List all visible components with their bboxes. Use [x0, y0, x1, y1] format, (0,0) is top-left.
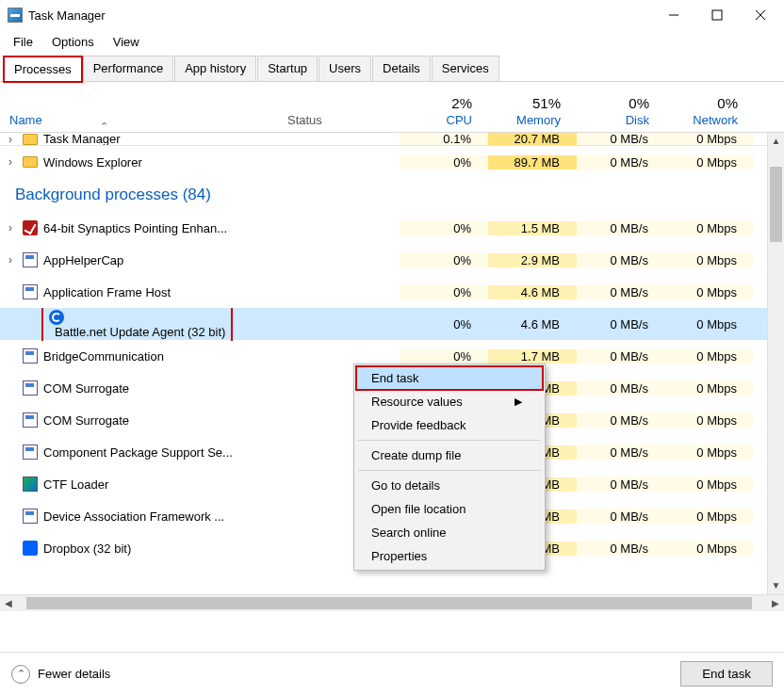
ctx-resource-values[interactable]: Resource values▶	[356, 390, 543, 413]
ctx-create-dump[interactable]: Create dump file	[356, 444, 543, 467]
col-name[interactable]: ⌃ Name	[9, 113, 287, 132]
vscroll-thumb[interactable]	[770, 167, 782, 242]
col-disk[interactable]: 0% Disk	[578, 95, 666, 132]
menu-file[interactable]: File	[4, 32, 42, 52]
mem-cell: 1.7 MB	[488, 349, 577, 364]
menu-view[interactable]: View	[104, 32, 149, 52]
fewer-details-label[interactable]: Fewer details	[38, 667, 110, 681]
cpu-cell: 0%	[400, 253, 488, 267]
table-row[interactable]: Battle.net Update Agent (32 bit)0%4.6 MB…	[0, 308, 784, 340]
net-cell: 0 Mbps	[665, 541, 754, 556]
process-name-label: Dropbox (32 bit)	[43, 541, 131, 556]
process-name-label: AppHelperCap	[43, 253, 123, 267]
fewer-details-toggle[interactable]: ⌃	[11, 665, 30, 684]
vertical-scrollbar[interactable]: ▲ ▼	[767, 133, 784, 594]
ctx-open-location[interactable]: Open file location	[356, 497, 543, 521]
scroll-right-icon[interactable]: ▶	[767, 595, 784, 611]
ctx-properties-label: Properties	[371, 549, 427, 563]
app-icon	[23, 284, 38, 299]
maximize-button[interactable]	[695, 1, 739, 29]
scroll-up-icon[interactable]: ▲	[768, 133, 784, 150]
table-row[interactable]: ›AppHelperCap0%2.9 MB0 MB/s0 Mbps	[0, 244, 784, 276]
col-cpu[interactable]: 2% CPU	[400, 95, 489, 132]
net-cell: 0 Mbps	[665, 381, 754, 396]
tab-users[interactable]: Users	[318, 56, 371, 81]
ctx-properties[interactable]: Properties	[356, 544, 543, 568]
net-cell: 0 Mbps	[665, 155, 754, 170]
disk-cell: 0 MB/s	[577, 445, 665, 460]
expand-toggle[interactable]: ›	[0, 221, 21, 234]
titlebar[interactable]: Task Manager	[0, 0, 784, 30]
net-cell: 0 Mbps	[665, 349, 754, 364]
tab-details[interactable]: Details	[372, 56, 431, 81]
cpu-cell: 0%	[400, 317, 488, 331]
tab-performance[interactable]: Performance	[83, 56, 173, 81]
tab-processes[interactable]: Processes	[4, 57, 82, 82]
group-header: Background processes (84)	[0, 178, 784, 212]
footer: ⌃ Fewer details End task	[0, 652, 784, 695]
submenu-arrow-icon: ▶	[514, 396, 522, 408]
end-task-button[interactable]: End task	[680, 661, 773, 687]
mem-cell: 4.6 MB	[488, 285, 577, 299]
col-status[interactable]: Status	[287, 113, 400, 132]
process-name: BridgeCommunication	[40, 349, 286, 364]
col-memory[interactable]: 51% Memory	[489, 95, 578, 132]
net-cell: 0 Mbps	[665, 509, 754, 524]
process-name: COM Surrogate	[40, 381, 286, 396]
net-cell: 0 Mbps	[665, 477, 754, 492]
disk-cell: 0 MB/s	[577, 317, 665, 331]
ctx-provide-feedback[interactable]: Provide feedback	[356, 413, 543, 437]
minimize-button[interactable]	[652, 1, 695, 29]
process-name-label: COM Surrogate	[43, 381, 129, 396]
context-menu: End task Resource values▶ Provide feedba…	[353, 364, 546, 571]
svg-rect-1	[712, 10, 722, 20]
sort-indicator-icon: ⌃	[100, 121, 108, 133]
disk-cell: 0 MB/s	[577, 509, 665, 524]
cpu-pct: 2%	[400, 95, 472, 111]
tab-startup[interactable]: Startup	[257, 56, 318, 81]
battlenet-icon	[49, 310, 64, 325]
process-name: Component Package Support Se...	[40, 445, 286, 460]
disk-cell: 0 MB/s	[577, 133, 665, 146]
cpu-cell: 0.1%	[400, 133, 488, 146]
hscroll-track[interactable]	[17, 595, 767, 611]
net-cell: 0 Mbps	[665, 133, 754, 146]
hscroll-thumb[interactable]	[26, 597, 752, 609]
tab-services[interactable]: Services	[432, 56, 499, 81]
ctx-resource-values-label: Resource values	[371, 395, 463, 409]
table-row[interactable]: Application Frame Host0%4.6 MB0 MB/s0 Mb…	[0, 276, 784, 308]
col-status-label: Status	[287, 113, 322, 127]
close-button[interactable]	[739, 1, 782, 29]
process-name-label: Device Association Framework ...	[43, 509, 224, 524]
table-row[interactable]: ›Task Manager0.1%20.7 MB0 MB/s0 Mbps	[0, 133, 784, 146]
table-row[interactable]: ›Windows Explorer0%89.7 MB0 MB/s0 Mbps	[0, 146, 784, 178]
ctx-search-online[interactable]: Search online	[356, 521, 543, 544]
folder-icon	[23, 156, 38, 168]
expand-toggle[interactable]: ›	[0, 155, 21, 169]
tab-app-history[interactable]: App history	[174, 56, 256, 81]
disk-cell: 0 MB/s	[577, 413, 665, 428]
window-title: Task Manager	[28, 8, 652, 23]
scroll-left-icon[interactable]: ◀	[0, 595, 17, 611]
scroll-down-icon[interactable]: ▼	[768, 577, 784, 594]
disk-cell: 0 MB/s	[577, 221, 665, 235]
mem-pct: 51%	[489, 95, 561, 111]
table-row[interactable]: ›64-bit Synaptics Pointing Enhan...0%1.5…	[0, 212, 784, 244]
disk-cell: 0 MB/s	[577, 381, 665, 396]
col-network[interactable]: 0% Network	[666, 95, 755, 132]
disk-cell: 0 MB/s	[577, 477, 665, 492]
mem-cell: 1.5 MB	[488, 221, 577, 235]
expand-toggle[interactable]: ›	[0, 253, 21, 267]
ctx-details-label: Go to details	[371, 478, 440, 493]
ctx-end-task[interactable]: End task	[356, 366, 543, 390]
menu-options[interactable]: Options	[42, 32, 104, 52]
process-name-label: COM Surrogate	[43, 413, 129, 428]
ctx-go-details[interactable]: Go to details	[356, 474, 543, 497]
net-cell: 0 Mbps	[665, 285, 754, 299]
horizontal-scrollbar[interactable]: ◀ ▶	[0, 594, 784, 611]
expand-toggle[interactable]: ›	[0, 133, 21, 146]
process-name: 64-bit Synaptics Pointing Enhan...	[40, 221, 286, 235]
app-icon	[23, 348, 38, 364]
process-name-label: CTF Loader	[43, 477, 108, 492]
window-controls	[652, 1, 782, 29]
